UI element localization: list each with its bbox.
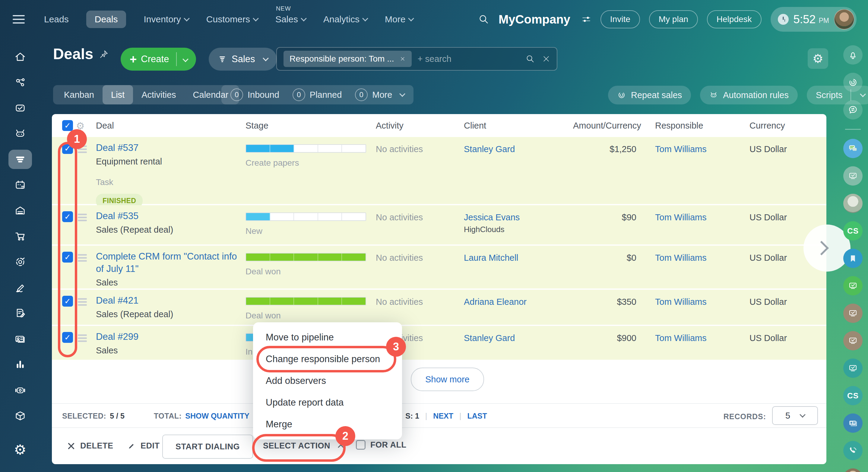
documents-icon[interactable] [8,304,32,323]
cs-badge-icon[interactable]: CS [843,221,863,240]
deal-link[interactable]: Deal #537 [96,142,241,154]
row-checkbox[interactable]: ✓ [62,296,73,306]
responsible-link[interactable]: Tom Williams [655,212,707,223]
tab-activities[interactable]: Activities [133,85,184,105]
search-filter-bar[interactable]: Responsible person: Tom ... + search [276,47,557,70]
responsible-link[interactable]: Tom Williams [655,253,707,263]
deal-link[interactable]: Deal #535 [96,210,241,223]
select-all-checkbox[interactable]: ✓ [62,120,73,131]
client-link[interactable]: Jessica Evans [464,212,520,223]
last-page-link[interactable]: LAST [467,412,487,420]
crm-icon[interactable] [8,150,32,169]
client-link[interactable]: Stanley Gard [464,333,515,343]
table-row[interactable]: ✓ Deal #535 Sales (Repeat deal) New No a… [52,205,826,244]
company-name[interactable]: MyCompany [499,13,570,26]
menu-item-update-report-data[interactable]: Update report data [253,392,402,413]
task-monitor-icon[interactable] [843,166,863,186]
menu-item-change-responsible-person[interactable]: Change responsible person [253,348,402,370]
sliders-icon[interactable] [581,14,591,25]
settings-gear-icon[interactable]: ⚙ [8,440,32,459]
col-header-currency[interactable]: Currency [749,121,785,131]
copilot-icon[interactable] [8,124,32,143]
row-checkbox[interactable]: ✓ [62,252,73,263]
start-dialing-button[interactable]: START DIALING [162,435,253,459]
automation-rules-button[interactable]: Automation rules [700,86,798,105]
video-calls-icon[interactable] [8,381,32,400]
invite-button[interactable]: Invite [600,10,640,28]
table-row[interactable]: ✓ Complete CRM form "Contact info of Jul… [52,246,826,289]
notifications-bell-icon[interactable] [843,45,863,65]
col-header-deal[interactable]: Deal [96,121,114,131]
menu-item-merge[interactable]: Merge [253,413,402,435]
bookmark-icon[interactable] [843,249,863,268]
helpdesk-button[interactable]: Helpdesk [707,10,762,28]
col-header-amount[interactable]: Amount/Currency [573,121,641,131]
select-action-button[interactable]: SELECT ACTION [263,441,343,450]
home-icon[interactable] [8,47,32,66]
calendar-icon[interactable] [8,175,32,195]
show-more-button[interactable]: Show more [411,367,484,391]
show-quantity-link[interactable]: SHOW QUANTITY [185,412,249,420]
nav-item-sales[interactable]: NEWSales [275,14,306,25]
hamburger-menu-icon[interactable] [13,13,25,26]
filter-chip[interactable]: Responsible person: Tom ... [283,51,412,67]
nav-item-inventory[interactable]: Inventory [144,14,188,25]
deal-link[interactable]: Complete CRM form "Contact info of July … [96,250,241,275]
create-dropdown-chevron[interactable] [180,57,196,61]
col-header-stage[interactable]: Stage [246,121,269,131]
phone-icon[interactable] [843,441,863,460]
tab-kanban[interactable]: Kanban [56,85,102,105]
cs-badge-teal-icon[interactable]: CS [843,386,863,405]
my-plan-button[interactable]: My plan [649,10,698,28]
scripts-button[interactable]: Scripts [807,86,868,105]
collaboration-icon[interactable] [8,73,32,92]
nav-item-customers[interactable]: Customers [206,14,258,25]
row-checkbox[interactable]: ✓ [62,211,73,222]
view-settings-gear-icon[interactable]: ⚙ [808,48,828,69]
for-all-checkbox[interactable]: FOR ALL [356,440,406,450]
sites-icon[interactable] [8,406,32,425]
menu-item-add-observers[interactable]: Add observers [253,370,402,392]
client-link[interactable]: Adriana Eleanor [464,297,527,307]
nav-item-analytics[interactable]: Analytics [323,14,367,25]
task-monitor-green-icon[interactable] [843,276,863,295]
marketing-icon[interactable] [8,252,32,272]
task-monitor-brown-icon[interactable] [843,304,863,323]
tasks-icon[interactable] [8,98,32,118]
counter-planned[interactable]: 0Planned [292,88,342,101]
col-header-client[interactable]: Client [464,121,486,131]
drag-handle[interactable] [78,334,87,344]
pipeline-filter-button[interactable]: Sales [209,48,277,70]
user-avatar-bottom[interactable] [843,468,863,472]
deal-link[interactable]: Deal #299 [96,331,241,343]
pin-icon[interactable] [99,49,110,59]
user-avatar[interactable] [834,9,855,30]
drag-handle[interactable] [78,214,87,223]
table-row[interactable]: ✓ Deal #299 Sales In No activities Stanl… [52,326,826,360]
edit-button[interactable]: EDIT [127,441,160,450]
next-page-link[interactable]: NEXT [433,412,453,420]
client-link[interactable]: Stanley Gard [464,144,515,154]
sign-icon[interactable] [8,278,32,297]
responsible-link[interactable]: Tom Williams [655,144,707,154]
col-header-responsible[interactable]: Responsible [655,121,703,131]
search-submit-icon[interactable] [525,54,535,64]
create-button[interactable]: + Create [121,48,196,70]
time-widget[interactable]: 5:52 PM [771,7,857,32]
tab-list[interactable]: List [102,85,133,105]
responsible-link[interactable]: Tom Williams [655,297,707,307]
store-cart-icon[interactable] [8,227,32,246]
table-row[interactable]: ✓ Deal #421 Sales (Repeat deal) Deal won… [52,290,826,325]
nav-item-deals[interactable]: Deals [86,10,126,28]
counter-more[interactable]: 0More [355,88,404,101]
drag-handle[interactable] [78,254,87,263]
chat-icon[interactable] [843,139,863,158]
analytics-icon[interactable] [8,355,32,374]
counter-inbound[interactable]: 0Inbound [230,88,279,101]
checkbox-unchecked[interactable] [356,440,366,450]
records-per-page-select[interactable]: 5 [772,406,818,425]
repeat-sales-button[interactable]: Repeat sales [608,86,691,105]
col-header-activity[interactable]: Activity [376,121,404,131]
menu-item-move-to-pipeline[interactable]: Move to pipeline [253,327,402,348]
delete-button[interactable]: DELETE [67,441,114,450]
